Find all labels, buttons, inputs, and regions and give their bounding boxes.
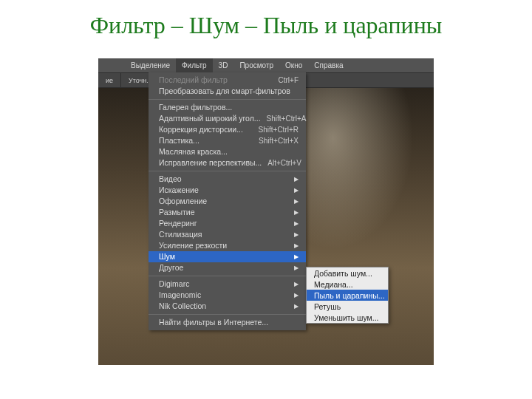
- menu-item-label: Найти фильтры в Интернете...: [159, 317, 268, 328]
- menu-item-label: Адаптивный широкий угол...: [159, 113, 261, 124]
- menu-item-label: Другое: [159, 262, 183, 273]
- submenu-arrow-icon: ▶: [294, 290, 299, 301]
- menu-item-shortcut: Ctrl+F: [273, 75, 299, 86]
- menu-item-label: Размытие: [159, 207, 194, 218]
- menu-item-label: Последний фильтр: [159, 75, 228, 86]
- menu-item-label: Пластика...: [159, 135, 200, 146]
- menubar-item-3D[interactable]: 3D: [213, 58, 234, 72]
- menu-item-label: Imagenomic: [159, 290, 201, 301]
- menu-item-label: Рендеринг: [159, 218, 197, 229]
- submenu-arrow-icon: ▶: [294, 279, 299, 290]
- menu-item-label: Шум: [159, 251, 175, 262]
- menu-item[interactable]: Imagenomic▶: [149, 290, 306, 301]
- menu-item[interactable]: Адаптивный широкий угол...Shift+Ctrl+A: [149, 113, 306, 124]
- menu-item[interactable]: Размытие▶: [149, 207, 306, 218]
- menu-item-label: Коррекция дисторсии...: [159, 124, 243, 135]
- noise-submenu: Добавить шум...Медиана...Пыль и царапины…: [306, 267, 389, 324]
- menu-item-label: Галерея фильтров...: [159, 102, 232, 113]
- menu-item[interactable]: Оформление▶: [149, 196, 306, 207]
- menu-item-label: Масляная краска...: [159, 146, 228, 157]
- submenu-arrow-icon: ▶: [294, 251, 299, 262]
- menu-item-shortcut: Shift+Ctrl+A: [261, 113, 307, 124]
- menu-item-label: Усиление резкости: [159, 240, 227, 251]
- menubar-item-Просмотр[interactable]: Просмотр: [233, 58, 279, 72]
- submenu-arrow-icon: ▶: [294, 185, 299, 196]
- menu-item[interactable]: Найти фильтры в Интернете...: [149, 317, 306, 328]
- submenu-arrow-icon: ▶: [294, 207, 299, 218]
- toolstrip-seg-1: ие: [98, 73, 121, 87]
- menu-item[interactable]: Шум▶: [149, 251, 306, 262]
- menu-item[interactable]: Другое▶: [149, 262, 306, 273]
- slide-title: Фильтр – Шум – Пыль и царапины: [0, 0, 532, 48]
- menubar-item-Окно[interactable]: Окно: [279, 58, 308, 72]
- menu-item[interactable]: Масляная краска...: [149, 146, 306, 157]
- menu-item-shortcut: Shift+Ctrl+R: [253, 124, 299, 135]
- menubar-item-Фильтр[interactable]: Фильтр: [176, 58, 213, 72]
- menu-item[interactable]: Nik Collection▶: [149, 301, 306, 312]
- filter-menu-dropdown: Последний фильтрCtrl+FПреобразовать для …: [149, 72, 306, 330]
- menu-item-label: Nik Collection: [159, 301, 206, 312]
- menu-item-label: Видео: [159, 174, 182, 185]
- submenu-arrow-icon: ▶: [294, 229, 299, 240]
- menu-item-label: Искажение: [159, 185, 199, 196]
- submenu-arrow-icon: ▶: [294, 301, 299, 312]
- menu-item[interactable]: Искажение▶: [149, 185, 306, 196]
- menu-item-label: Оформление: [159, 196, 207, 207]
- menu-item[interactable]: Галерея фильтров...: [149, 102, 306, 113]
- submenu-arrow-icon: ▶: [294, 196, 299, 207]
- menu-item[interactable]: Пластика...Shift+Ctrl+X: [149, 135, 306, 146]
- menu-item: Последний фильтрCtrl+F: [149, 75, 306, 86]
- submenu-item[interactable]: Пыль и царапины...: [307, 290, 388, 301]
- menu-item-label: Исправление перспективы...: [159, 157, 262, 168]
- menubar-item-Справка[interactable]: Справка: [308, 58, 349, 72]
- menu-item[interactable]: Рендеринг▶: [149, 218, 306, 229]
- menu-item[interactable]: Видео▶: [149, 174, 306, 185]
- submenu-item[interactable]: Добавить шум...: [307, 267, 388, 279]
- submenu-arrow-icon: ▶: [294, 174, 299, 185]
- submenu-arrow-icon: ▶: [294, 240, 299, 251]
- menubar-item-Выделение[interactable]: Выделение: [125, 58, 176, 72]
- menu-item[interactable]: Digimarc▶: [149, 279, 306, 290]
- submenu-item[interactable]: Медиана...: [307, 279, 388, 290]
- submenu-item[interactable]: Уменьшить шум...: [307, 312, 388, 323]
- menu-item[interactable]: Исправление перспективы...Alt+Ctrl+V: [149, 157, 306, 168]
- submenu-arrow-icon: ▶: [294, 218, 299, 229]
- menu-item[interactable]: Коррекция дисторсии...Shift+Ctrl+R: [149, 124, 306, 135]
- menubar: ВыделениеФильтр3DПросмотрОкноСправка: [98, 58, 434, 72]
- menu-item-label: Преобразовать для смарт-фильтров: [159, 86, 290, 97]
- menu-item[interactable]: Усиление резкости▶: [149, 240, 306, 251]
- photoshop-window: ВыделениеФильтр3DПросмотрОкноСправка ие …: [98, 58, 434, 365]
- menu-item[interactable]: Стилизация▶: [149, 229, 306, 240]
- menu-item-label: Digimarc: [159, 279, 189, 290]
- submenu-item[interactable]: Ретушь: [307, 301, 388, 312]
- menu-item-label: Стилизация: [159, 229, 202, 240]
- submenu-arrow-icon: ▶: [294, 262, 299, 273]
- menu-item-shortcut: Alt+Ctrl+V: [262, 157, 301, 168]
- menu-item-shortcut: Shift+Ctrl+X: [253, 135, 299, 146]
- menu-item[interactable]: Преобразовать для смарт-фильтров: [149, 86, 306, 97]
